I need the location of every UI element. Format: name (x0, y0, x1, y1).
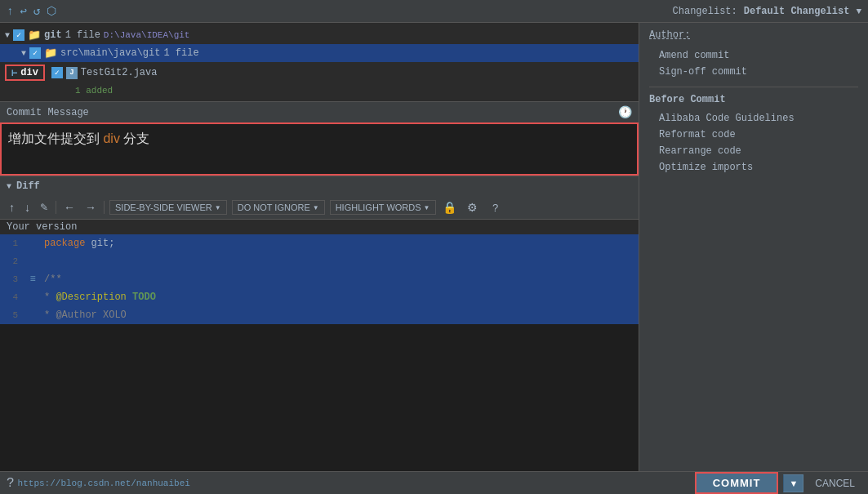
root-folder-icon: 📁 (28, 29, 41, 42)
file-added-row: 1 added (0, 83, 639, 98)
line-num-5: 5 (0, 310, 24, 320)
left-panel: ▼ ✓ 📁 git 1 file D:\Java\IDEA\git ▼ ✓ 📁 … (0, 23, 639, 471)
settings-btn[interactable]: ⚙ (464, 198, 482, 216)
added-label: 1 added (75, 86, 113, 96)
diff-down-btn[interactable]: ↓ (22, 200, 33, 215)
diff-collapse-icon[interactable]: ▼ (7, 182, 11, 191)
side-by-side-label: SIDE-BY-SIDE VIEWER (115, 202, 212, 212)
highlight-label: HIGHLIGHT WORDS (336, 202, 421, 212)
src-collapse-icon[interactable]: ▼ (21, 49, 26, 58)
help-diff-btn[interactable]: ? (487, 198, 505, 216)
diff-separator-1 (56, 201, 56, 214)
alibaba-label: Alibaba Code Guidelines (659, 113, 795, 124)
do-not-ignore-btn[interactable]: DO NOT IGNORE ▼ (232, 200, 325, 215)
file-name: TestGit2.java (81, 67, 158, 78)
code-line-3: 3 ≡ /** (0, 270, 639, 288)
up-icon[interactable]: ↑ (7, 5, 13, 18)
commit-history-icon[interactable]: 🕐 (618, 105, 632, 119)
src-folder-icon: 📁 (44, 47, 57, 60)
file-checkbox[interactable]: ✓ (51, 67, 63, 78)
commit-message-area[interactable]: 增加文件提交到 div 分支 (0, 122, 639, 176)
alibaba-option[interactable]: Alibaba Code Guidelines (649, 110, 858, 127)
diff-section: ▼ Diff ↑ ↓ ✎ ← → SIDE-BY-SIDE VIEWER ▼ D… (0, 176, 639, 471)
reformat-label: Reformat code (659, 129, 736, 140)
highlight-words-btn[interactable]: HIGHLIGHT WORDS ▼ (330, 200, 436, 215)
main-layout: ▼ ✓ 📁 git 1 file D:\Java\IDEA\git ▼ ✓ 📁 … (0, 23, 868, 471)
undo-icon[interactable]: ↩ (20, 4, 26, 18)
rearrange-label: Rearrange code (659, 145, 741, 157)
src-checkbox[interactable]: ✓ (29, 47, 41, 59)
bottom-help-icon[interactable]: ? (7, 476, 15, 491)
reformat-option[interactable]: Reformat code (649, 127, 858, 143)
before-commit-title: Before Commit (649, 94, 858, 105)
div-badge: ⊢ div (5, 65, 45, 81)
changelist-label: Changelist: (673, 6, 737, 17)
bottom-bar: ? https://blog.csdn.net/nanhuaibei COMMI… (0, 471, 868, 494)
top-toolbar: ↑ ↩ ↺ ⬡ Changelist: Default Changelist ▼ (0, 0, 868, 23)
root-meta: 1 file (65, 29, 100, 41)
viewer-dropdown-arrow: ▼ (215, 204, 221, 211)
commit-div-word: div (103, 131, 119, 145)
line-content-1: package git; (41, 238, 114, 249)
changelist-dropdown[interactable]: ▼ (856, 7, 861, 16)
root-path: D:\Java\IDEA\git (104, 30, 190, 40)
bottom-right: COMMIT ▼ CANCEL (695, 472, 861, 494)
highlight-dropdown-arrow: ▼ (424, 204, 430, 211)
line-num-4: 4 (0, 292, 24, 302)
line-num-3: 3 (0, 274, 24, 284)
diff-edit-btn[interactable]: ✎ (38, 201, 51, 214)
root-checkbox[interactable]: ✓ (13, 29, 24, 41)
root-label: git (44, 29, 62, 41)
settings-icon[interactable]: ⬡ (47, 4, 56, 18)
line-content-4: * @Description TODO (41, 292, 156, 303)
amend-commit-option[interactable]: Amend commit (649, 47, 858, 64)
lock-btn[interactable]: 🔒 (441, 198, 459, 216)
diff-separator-2 (104, 201, 105, 214)
rearrange-option[interactable]: Rearrange code (649, 143, 858, 159)
code-area: Your version 1 package git; 2 (0, 220, 639, 471)
line-content-5: * @Author XOLO (41, 309, 127, 321)
cancel-button[interactable]: CANCEL (808, 474, 861, 492)
line-num-2: 2 (0, 256, 24, 266)
ignore-dropdown-arrow: ▼ (313, 204, 319, 211)
java-file-icon: J (66, 67, 78, 79)
diff-up-btn[interactable]: ↑ (7, 200, 17, 215)
code-lines: 1 package git; 2 3 (0, 234, 639, 471)
version-label: Your version (0, 220, 639, 234)
ignore-label: DO NOT IGNORE (238, 202, 310, 212)
amend-commit-label: Amend commit (659, 50, 729, 61)
bottom-url: https://blog.csdn.net/nanhuaibei (18, 478, 190, 488)
commit-header: Commit Message 🕐 (0, 102, 639, 122)
tree-src-row[interactable]: ▼ ✓ 📁 src\main\java\git 1 file (0, 44, 639, 62)
code-line-5: 5 * @Author XOLO (0, 306, 639, 324)
signoff-commit-label: Sign-off commit (659, 66, 747, 78)
bottom-left: ? https://blog.csdn.net/nanhuaibei (7, 476, 190, 491)
commit-section: Commit Message 🕐 增加文件提交到 div 分支 (0, 101, 639, 176)
line-content-3: /** (41, 274, 62, 285)
author-label: Author: (649, 29, 690, 41)
commit-button[interactable]: COMMIT (695, 472, 779, 494)
diff-prev-btn[interactable]: ← (61, 200, 78, 215)
div-badge-label: div (20, 67, 38, 78)
diff-title: Diff (16, 180, 40, 192)
code-line-2: 2 (0, 252, 639, 270)
tree-root-row[interactable]: ▼ ✓ 📁 git 1 file D:\Java\IDEA\git (0, 26, 639, 44)
diff-toolbar: ↑ ↓ ✎ ← → SIDE-BY-SIDE VIEWER ▼ DO NOT I… (0, 196, 639, 220)
commit-message-label: Commit Message (7, 107, 89, 118)
optimize-option[interactable]: Optimize imports (649, 159, 858, 176)
commit-dropdown-button[interactable]: ▼ (783, 474, 803, 492)
line-gutter-3: ≡ (24, 274, 41, 285)
right-panel: Author: Amend commit Sign-off commit Bef… (639, 23, 868, 471)
right-divider (649, 87, 858, 87)
tree-collapse-icon[interactable]: ▼ (5, 31, 10, 40)
src-label: src\main\java\git (60, 47, 160, 59)
diff-next-btn[interactable]: → (82, 200, 99, 215)
file-tree: ▼ ✓ 📁 git 1 file D:\Java\IDEA\git ▼ ✓ 📁 … (0, 23, 639, 101)
side-by-side-viewer-btn[interactable]: SIDE-BY-SIDE VIEWER ▼ (109, 200, 227, 215)
code-line-4: 4 * @Description TODO (0, 288, 639, 306)
refresh-icon[interactable]: ↺ (33, 4, 40, 18)
code-line-1: 1 package git; (0, 234, 639, 252)
line-num-1: 1 (0, 238, 24, 248)
src-meta: 1 file (163, 47, 198, 59)
signoff-commit-option[interactable]: Sign-off commit (649, 64, 858, 80)
